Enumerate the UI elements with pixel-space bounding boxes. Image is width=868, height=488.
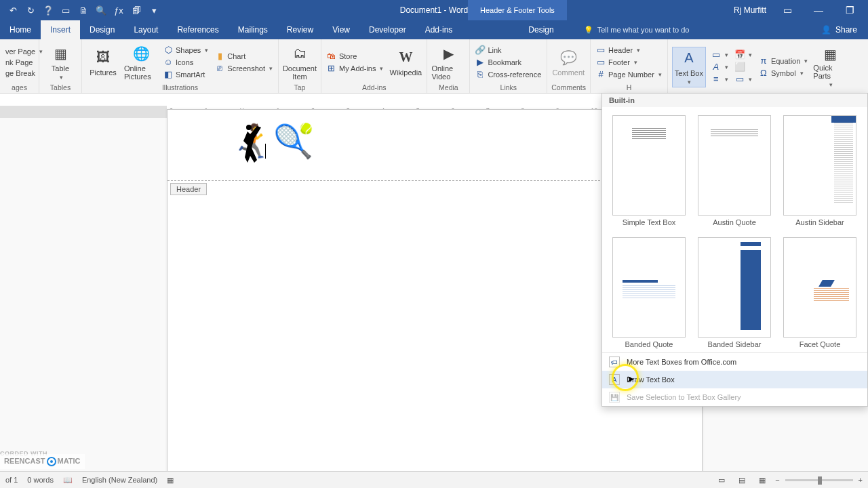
tab-insert[interactable]: Insert: [41, 20, 80, 39]
read-mode-button[interactable]: ▭: [714, 474, 729, 486]
shapes-button[interactable]: ⬡Shapes▾: [162, 45, 210, 56]
minimize-button[interactable]: —: [808, 0, 829, 20]
store-button[interactable]: 🛍Store: [326, 51, 384, 62]
tell-me-search[interactable]: 💡 Tell me what you want to do: [584, 20, 690, 39]
pictures-button[interactable]: 🖼Pictures: [86, 42, 120, 83]
word-count[interactable]: 0 words: [27, 476, 54, 484]
gallery-item-simple-text-box[interactable]: Simple Text Box: [612, 115, 686, 226]
gallery-item-banded-sidebar[interactable]: Banded Sidebar: [697, 237, 772, 348]
zoom-in-button[interactable]: +: [859, 476, 863, 484]
share-label: Share: [835, 25, 857, 35]
print-layout-button[interactable]: ▤: [734, 474, 749, 486]
bookmark-button[interactable]: ▶Bookmark: [474, 57, 542, 68]
redo-button[interactable]: ↻: [24, 4, 37, 16]
ribbon: ver Page▾ nk Page ge Break ages ▦Table▾ …: [0, 39, 868, 94]
gallery-item-facet-quote[interactable]: Facet Quote: [783, 237, 857, 348]
document-item-button[interactable]: 🗂Document Item: [283, 42, 317, 83]
share-icon: 👤: [821, 25, 831, 35]
equation-button[interactable]: πEquation▾: [757, 56, 809, 66]
tab-home[interactable]: Home: [0, 20, 41, 39]
header-icon: ▭: [596, 45, 606, 55]
table-button[interactable]: ▦Table▾: [43, 42, 77, 83]
web-layout-button[interactable]: ▦: [755, 474, 770, 486]
document-title: Document1 - Word: [400, 5, 468, 15]
page-number-button[interactable]: #Page Number▾: [595, 69, 663, 80]
zoom-out-button[interactable]: −: [775, 476, 779, 484]
save-selection-button: 💾 Save Selection to Text Box Gallery: [602, 388, 867, 406]
tab-context-design[interactable]: Design: [512, 20, 570, 39]
object-button-2[interactable]: ▭▾: [734, 74, 753, 85]
text-cursor: [265, 144, 266, 159]
screenshot-button[interactable]: ⎚Screenshot▾: [214, 63, 274, 74]
qa-icon[interactable]: ▭: [60, 4, 72, 16]
draw-text-box-button[interactable]: A Draw Text Box ➤: [602, 371, 867, 388]
gallery-item-label: Simple Text Box: [623, 218, 676, 226]
smartart-button[interactable]: ◧SmartArt: [162, 69, 210, 80]
language-indicator[interactable]: English (New Zealand): [82, 476, 157, 484]
symbol-button[interactable]: ΩSymbol▾: [757, 68, 809, 79]
dropcap-button[interactable]: ▭▾: [710, 49, 730, 60]
group-label: Tables: [43, 83, 77, 93]
signature-button[interactable]: ≡▾: [710, 74, 730, 85]
footer-icon: ▭: [596, 58, 606, 67]
gallery-item-austin-quote[interactable]: Austin Quote: [697, 115, 772, 226]
maximize-button[interactable]: ❐: [840, 0, 860, 20]
qa-icon[interactable]: 🗐: [130, 4, 142, 16]
share-button[interactable]: 👤 Share: [821, 20, 868, 39]
online-video-button[interactable]: ▶Online Video: [431, 42, 465, 83]
cover-page-button[interactable]: ver Page▾: [4, 47, 44, 56]
footer-button[interactable]: ▭Footer▾: [595, 57, 663, 68]
icons-button[interactable]: ☺Icons: [162, 57, 210, 68]
datetime-button[interactable]: 📅▾: [734, 49, 753, 60]
group-tap: 🗂Document Item Tap: [279, 39, 321, 93]
lightbulb-icon: 💡: [584, 26, 593, 35]
tab-references[interactable]: References: [167, 20, 228, 39]
pictures-icon: 🖼: [94, 48, 113, 67]
qa-icon[interactable]: 🔍: [95, 4, 107, 16]
video-icon: ▶: [439, 44, 458, 63]
link-button[interactable]: 🔗Link: [474, 45, 542, 56]
tab-view[interactable]: View: [323, 20, 359, 39]
tab-layout[interactable]: Layout: [124, 20, 167, 39]
proofing-icon[interactable]: 📖: [63, 476, 73, 485]
qa-icon[interactable]: 🗎: [77, 4, 90, 16]
clipart-image[interactable]: [230, 119, 271, 169]
group-pages: ver Page▾ nk Page ge Break ages: [0, 39, 39, 93]
tab-addins[interactable]: Add-ins: [416, 20, 462, 39]
blank-page-button[interactable]: nk Page: [4, 58, 44, 67]
group-label: Links: [474, 83, 542, 93]
tab-review[interactable]: Review: [277, 20, 323, 39]
header-button[interactable]: ▭Header▾: [595, 45, 663, 56]
group-addins: 🛍Store ⊞My Add-ins▾ WWikipedia Add-ins: [321, 39, 427, 93]
more-textboxes-button[interactable]: 🏷 More Text Boxes from Office.com: [602, 353, 867, 371]
tab-developer[interactable]: Developer: [359, 20, 416, 39]
my-addins-button[interactable]: ⊞My Add-ins▾: [326, 63, 384, 74]
ribbon-display-icon[interactable]: ▭: [777, 0, 797, 20]
comment-button[interactable]: 💬Comment: [551, 42, 585, 83]
help-icon[interactable]: ❔: [42, 4, 54, 16]
chart-button[interactable]: ▮Chart: [214, 51, 274, 62]
tell-me-label: Tell me what you want to do: [597, 26, 690, 34]
page-indicator[interactable]: of 1: [5, 476, 18, 484]
text-box-button[interactable]: AText Box▾: [672, 47, 706, 87]
gallery-item-label: Facet Quote: [800, 340, 841, 348]
formula-icon[interactable]: ƒx: [113, 4, 125, 16]
group-label: Comments: [551, 83, 586, 93]
group-label: Media: [431, 83, 465, 93]
wordart-button[interactable]: A▾: [710, 62, 730, 73]
group-label: Tap: [283, 83, 317, 93]
page-break-button[interactable]: ge Break: [4, 68, 44, 78]
zoom-slider[interactable]: [785, 479, 853, 481]
macro-icon[interactable]: ▦: [167, 476, 174, 485]
xref-button[interactable]: ⎘Cross-reference: [474, 69, 542, 80]
online-pictures-button[interactable]: 🌐Online Pictures: [124, 42, 158, 83]
quick-parts-button[interactable]: ▦Quick Parts▾: [813, 47, 847, 87]
gallery-item-austin-sidebar[interactable]: Austin Sidebar: [783, 115, 857, 226]
gallery-item-banded-quote[interactable]: Banded Quote: [612, 237, 686, 348]
object-button[interactable]: ⬜: [734, 62, 753, 73]
wikipedia-button[interactable]: WWikipedia: [389, 42, 422, 83]
qa-customize-icon[interactable]: ▾: [148, 4, 160, 16]
tab-mailings[interactable]: Mailings: [229, 20, 277, 39]
undo-button[interactable]: ↶: [7, 4, 19, 16]
tab-design[interactable]: Design: [80, 20, 124, 39]
